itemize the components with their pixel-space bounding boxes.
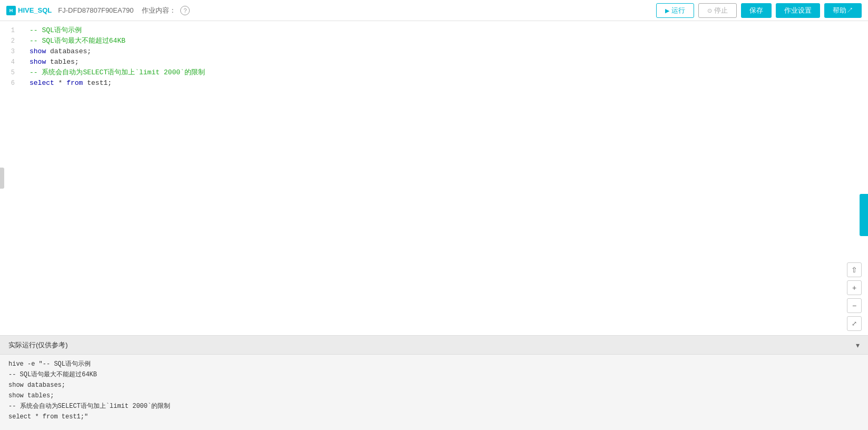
- bottom-line-2: -- SQL语句最大不能超过64KB: [8, 369, 860, 380]
- code-content[interactable]: -- SQL语句示例 -- SQL语句最大不能超过64KB show datab…: [21, 21, 868, 335]
- help-icon[interactable]: ?: [180, 6, 190, 15]
- bottom-line-3: show databases;: [8, 380, 860, 390]
- scroll-to-top-button[interactable]: ⇧: [847, 262, 862, 277]
- run-button-label: 运行: [671, 6, 685, 15]
- bottom-panel-content: hive -e "-- SQL语句示例 -- SQL语句最大不能超过64KB s…: [0, 355, 868, 430]
- code-editor[interactable]: 1 2 3 4 5 6 -- SQL语句示例 -- SQL语句最大不能超过64K…: [0, 21, 868, 335]
- logo-icon: H: [6, 6, 16, 15]
- bottom-line-5: -- 系统会自动为SELECT语句加上`limit 2000`的限制: [8, 401, 860, 412]
- header-logo: H HIVE_SQL: [6, 6, 52, 15]
- save-button-label: 保存: [749, 6, 763, 15]
- fullscreen-icon: ⤢: [852, 320, 857, 327]
- bottom-line-1: hive -e "-- SQL语句示例: [8, 359, 860, 369]
- zoom-in-icon: +: [852, 284, 856, 292]
- run-button[interactable]: 运行: [656, 3, 694, 18]
- line-num-3: 3: [0, 46, 21, 57]
- right-side-tab[interactable]: [860, 194, 868, 236]
- bottom-line-4: show tables;: [8, 390, 860, 401]
- settings-button-label: 作业设置: [784, 6, 812, 15]
- line-num-6: 6: [0, 78, 21, 89]
- header: H HIVE_SQL FJ-DFD87807F90EA790 作业内容： ? 运…: [0, 0, 868, 21]
- bottom-panel-title: 实际运行(仅供参考): [8, 340, 68, 350]
- play-icon: [665, 6, 669, 14]
- code-line-6: select * from test1;: [30, 78, 868, 89]
- right-controls: ⇧ + − ⤢: [847, 262, 862, 331]
- settings-button[interactable]: 作业设置: [776, 3, 820, 18]
- fullscreen-button[interactable]: ⤢: [847, 316, 862, 331]
- code-line-2: -- SQL语句最大不能超过64KB: [30, 36, 868, 46]
- zoom-out-button[interactable]: −: [847, 298, 862, 313]
- left-scroll-tab[interactable]: [0, 168, 4, 189]
- save-button[interactable]: 保存: [741, 3, 772, 18]
- header-job-label: 作业内容：: [142, 6, 176, 15]
- help-button-label: 帮助↗: [833, 6, 853, 15]
- bottom-panel: 实际运行(仅供参考) hive -e "-- SQL语句示例 -- SQL语句最…: [0, 335, 868, 430]
- help-button[interactable]: 帮助↗: [824, 3, 862, 18]
- header-job-id: FJ-DFD87807F90EA790: [58, 6, 133, 14]
- bottom-line-6: select * from test1;": [8, 412, 860, 422]
- code-line-5: -- 系统会自动为SELECT语句加上`limit 2000`的限制: [30, 67, 868, 78]
- code-line-1: -- SQL语句示例: [30, 25, 868, 36]
- stop-button-label: 停止: [714, 6, 728, 15]
- code-line-4: show tables;: [30, 57, 868, 67]
- line-num-4: 4: [0, 57, 21, 67]
- line-num-5: 5: [0, 67, 21, 78]
- zoom-out-icon: −: [852, 301, 856, 310]
- zoom-in-button[interactable]: +: [847, 280, 862, 295]
- code-line-3: show databases;: [30, 46, 868, 57]
- header-app-name: HIVE_SQL: [18, 6, 52, 14]
- stop-button[interactable]: 停止: [698, 3, 737, 18]
- editor-container: 1 2 3 4 5 6 -- SQL语句示例 -- SQL语句最大不能超过64K…: [0, 21, 868, 335]
- line-num-1: 1: [0, 25, 21, 36]
- to-top-icon: ⇧: [851, 266, 857, 274]
- bottom-panel-header: 实际运行(仅供参考): [0, 336, 868, 355]
- stop-icon: [707, 6, 712, 14]
- bottom-panel-toggle[interactable]: [856, 341, 860, 349]
- line-num-2: 2: [0, 36, 21, 46]
